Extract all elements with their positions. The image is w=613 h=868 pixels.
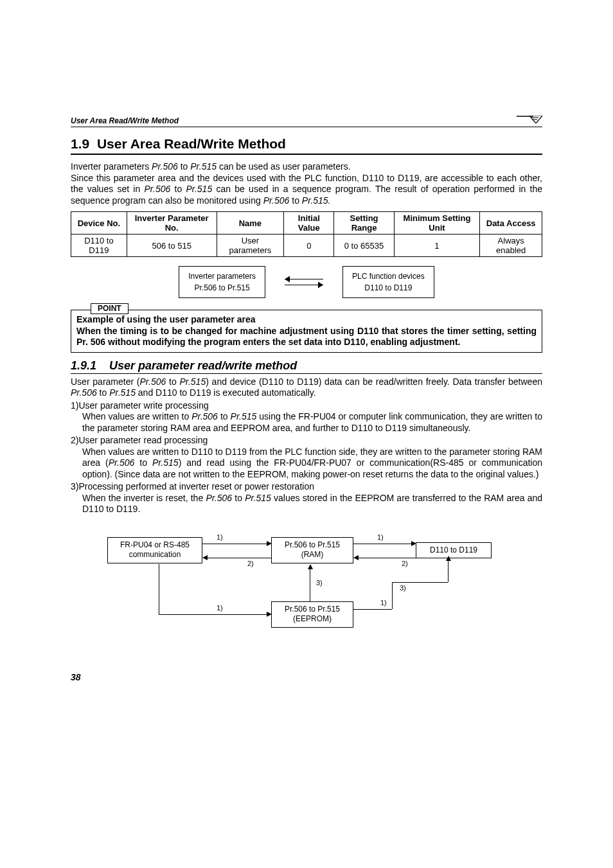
table-row: D110 to D119 506 to 515 User parameters … — [71, 235, 542, 257]
intro-paragraph: Inverter parameters Pr.506 to Pr.515 can… — [71, 161, 542, 206]
td-setting-range: 0 to 65535 — [334, 235, 394, 257]
td-min-setting-unit: 1 — [394, 235, 480, 257]
td-name: User parameters — [217, 235, 284, 257]
point-callout: POINT Example of using the user paramete… — [71, 310, 542, 353]
point-body: When the timing is to be changed for mac… — [76, 326, 537, 348]
th-min-setting-unit: Minimum Setting Unit — [394, 212, 480, 235]
page-number: 38 — [71, 672, 542, 682]
list-item: 1)User parameter write processing When v… — [71, 400, 542, 434]
th-data-access: Data Access — [480, 212, 542, 235]
header-decoration-icon — [517, 116, 542, 125]
section-name: User Area Read/Write Method — [97, 136, 286, 151]
td-inverter-param-no: 506 to 515 — [127, 235, 217, 257]
th-inverter-param-no: Inverter Parameter No. — [127, 212, 217, 235]
table-header-row: Device No. Inverter Parameter No. Name I… — [71, 212, 542, 235]
td-device-no: D110 to D119 — [71, 235, 127, 257]
running-header-text: User Area Read/Write Method — [71, 116, 179, 125]
parameter-table: Device No. Inverter Parameter No. Name I… — [71, 211, 542, 257]
diagram-box-plc-devices: PLC function devices D110 to D119 — [342, 266, 434, 298]
subsection-name: User parameter read/write method — [109, 359, 297, 372]
point-heading: Example of using the user parameter area — [76, 314, 256, 324]
td-initial-value: 0 — [284, 235, 334, 257]
point-label: POINT — [91, 303, 129, 314]
subsection-intro: User parameter (Pr.506 to Pr.515) and de… — [71, 376, 542, 399]
list-item: 3)Processing performed at inverter reset… — [71, 481, 542, 515]
data-flow-diagram: FR-PU04 or RS-485communication Pr.506 to… — [107, 524, 506, 633]
section-number: 1.9 — [71, 136, 89, 151]
diagram-box-devices: D110 to D119 — [416, 542, 492, 559]
mapping-diagram: Inverter parameters Pr.506 to Pr.515 PLC… — [71, 266, 542, 298]
section-title: 1.9 User Area Read/Write Method — [71, 136, 542, 155]
double-arrow-icon — [285, 279, 323, 285]
numbered-list: 1)User parameter write processing When v… — [71, 400, 542, 515]
subsection-number: 1.9.1 — [71, 359, 96, 372]
list-item: 2)User parameter read processing When va… — [71, 435, 542, 480]
th-name: Name — [217, 212, 284, 235]
subsection-title: 1.9.1 User parameter read/write method — [71, 359, 542, 374]
td-data-access: Always enabled — [480, 235, 542, 257]
diagram-box-eeprom: Pr.506 to Pr.515(EEPROM) — [271, 601, 353, 628]
th-device-no: Device No. — [71, 212, 127, 235]
th-setting-range: Setting Range — [334, 212, 394, 235]
diagram-box-communication: FR-PU04 or RS-485communication — [107, 537, 202, 563]
th-initial-value: Initial Value — [284, 212, 334, 235]
diagram-box-inverter-params: Inverter parameters Pr.506 to Pr.515 — [179, 266, 265, 298]
diagram-box-ram: Pr.506 to Pr.515(RAM) — [271, 537, 353, 563]
running-header: User Area Read/Write Method — [71, 116, 542, 127]
